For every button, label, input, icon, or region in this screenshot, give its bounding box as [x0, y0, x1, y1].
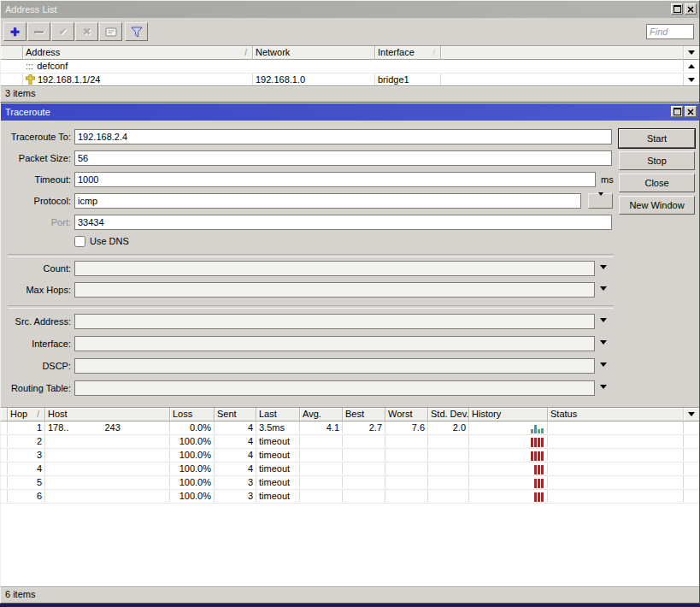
src-address-dropdown-arrow[interactable] — [600, 318, 607, 322]
cell-history — [469, 476, 548, 488]
column-header-last[interactable]: Last — [256, 408, 300, 421]
column-header-status[interactable]: Status — [548, 408, 683, 421]
field-use-dns: Use DNS — [1, 235, 699, 250]
column-header-loss[interactable]: Loss — [170, 408, 215, 421]
comment-prefix: ::: — [26, 61, 33, 71]
cell-status — [548, 435, 683, 447]
cell-hop: 5 — [8, 476, 45, 488]
enable-button[interactable]: ✔ — [51, 22, 74, 41]
comment-icon — [105, 27, 117, 37]
column-menu-button[interactable] — [683, 46, 699, 60]
find-input[interactable] — [646, 24, 694, 39]
winbox-workspace: Address List ✚ ✔ ✖ — [0, 0, 700, 607]
address-table-header: Address / Network Interface / — [1, 46, 699, 60]
interface-dropdown-arrow[interactable] — [600, 340, 607, 345]
address-list-statusbar: 3 items — [1, 85, 699, 101]
cell-stddev — [428, 490, 469, 502]
cell-best — [343, 449, 385, 461]
column-header-interface[interactable]: Interface / — [375, 46, 441, 60]
timeout-input[interactable] — [74, 172, 596, 187]
timeout-label: Timeout: — [3, 172, 71, 187]
cell-stddev: 2.0 — [428, 421, 469, 433]
remove-button[interactable] — [27, 22, 50, 41]
traceroute-row[interactable]: 1178..2430.0%43.5ms4.12.77.62.0 — [1, 421, 699, 435]
field-dscp: DSCP: — [1, 358, 699, 374]
dscp-dropdown-arrow[interactable] — [600, 362, 607, 367]
cell-sent: 3 — [215, 476, 256, 488]
disable-button[interactable]: ✖ — [75, 22, 98, 41]
column-header-std-dev[interactable]: Std. Dev. — [428, 408, 469, 421]
traceroute-row[interactable]: 2100.0%4timeout — [1, 435, 699, 449]
protocol-dropdown-button[interactable] — [588, 193, 613, 209]
maximize-button[interactable] — [671, 106, 683, 117]
use-dns-checkbox[interactable] — [74, 236, 85, 247]
cell-avg: 4.1 — [300, 421, 343, 433]
port-input[interactable] — [74, 215, 612, 230]
cell-worst — [385, 449, 428, 461]
history-timeout-bars — [472, 476, 547, 488]
maximize-button[interactable] — [671, 3, 683, 15]
cell-hop: 4 — [8, 463, 45, 474]
routing-table-label: Routing Table: — [3, 380, 71, 396]
column-header-hop[interactable]: Hop / — [8, 408, 45, 421]
max-hops-dropdown-arrow[interactable] — [600, 286, 607, 291]
header-filler — [441, 46, 683, 60]
address-list-title: Address List — [5, 4, 57, 15]
filter-icon — [131, 27, 143, 38]
cell-sent: 3 — [215, 490, 256, 502]
routing-table-dropdown-arrow[interactable] — [600, 385, 607, 389]
traceroute-to-input[interactable] — [74, 129, 612, 144]
count-dropdown-arrow[interactable] — [600, 265, 607, 269]
max-hops-input[interactable] — [74, 282, 595, 298]
traceroute-row[interactable]: 4100.0%4timeout — [1, 463, 699, 476]
header-spacer — [1, 408, 8, 421]
filter-button[interactable] — [125, 22, 148, 41]
column-header-network[interactable]: Network — [253, 46, 375, 60]
column-header-host[interactable]: Host — [45, 408, 170, 421]
cell-status — [548, 421, 683, 433]
column-header-sent[interactable]: Sent — [215, 408, 256, 421]
comment-button[interactable] — [99, 22, 122, 41]
traceroute-row[interactable]: 6100.0%3timeout — [1, 490, 699, 504]
cell-history — [469, 490, 548, 502]
column-header-address[interactable]: Address / — [23, 46, 253, 60]
history-chart — [472, 421, 547, 433]
column-header-history[interactable]: History — [469, 408, 548, 421]
close-button[interactable] — [685, 3, 697, 15]
column-header-best[interactable]: Best — [343, 408, 385, 421]
column-header-avg[interactable]: Avg. — [300, 408, 343, 421]
add-button[interactable]: ✚ — [3, 22, 26, 41]
dscp-input[interactable] — [74, 358, 595, 374]
traceroute-row[interactable]: 3100.0%4timeout — [1, 449, 699, 463]
routing-table-input[interactable] — [74, 380, 595, 396]
cell-loss: 100.0% — [170, 435, 215, 447]
maximize-icon — [674, 5, 681, 13]
cell-host — [45, 463, 170, 474]
src-address-input[interactable] — [74, 314, 595, 329]
close-button[interactable] — [685, 106, 697, 117]
traceroute-titlebar[interactable]: Traceroute — [1, 103, 699, 121]
protocol-input[interactable] — [74, 193, 581, 209]
scroll-down-button[interactable] — [683, 74, 699, 85]
address-row-comment[interactable]: :::defconf — [1, 60, 699, 74]
history-timeout-bars — [472, 490, 547, 502]
column-menu-button[interactable] — [683, 408, 699, 421]
traceroute-row[interactable]: 5100.0%3timeout — [1, 476, 699, 490]
scroll-up-button[interactable] — [683, 60, 699, 72]
column-header-worst[interactable]: Worst — [385, 408, 428, 421]
cell-worst — [385, 490, 428, 502]
dropdown-icon — [598, 196, 603, 206]
cell-best: 2.7 — [343, 421, 385, 433]
cell-stddev — [428, 463, 469, 474]
field-timeout: Timeout: ms — [1, 172, 699, 187]
cell-last: 3.5ms — [256, 421, 300, 433]
address-list-titlebar[interactable]: Address List — [1, 1, 699, 18]
interface-input[interactable] — [74, 336, 595, 351]
address-row[interactable]: 192.168.1.1/24 192.168.1.0 bridge1 — [1, 74, 699, 86]
field-traceroute-to: Traceroute To: — [1, 129, 699, 144]
packet-size-input[interactable] — [74, 150, 612, 166]
cell-worst — [385, 435, 428, 447]
field-packet-size: Packet Size: — [1, 150, 699, 166]
separator — [8, 254, 614, 257]
count-input[interactable] — [74, 261, 595, 276]
